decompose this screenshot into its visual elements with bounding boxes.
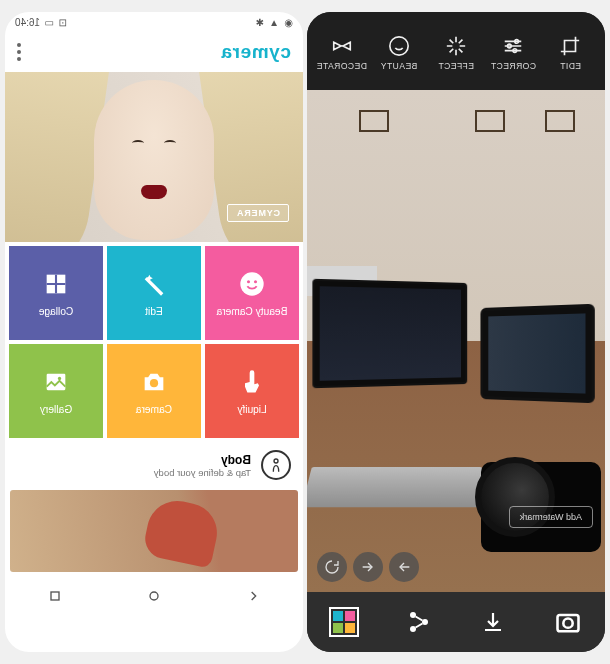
tile-label: Camera [136, 404, 172, 415]
tile-edit[interactable]: Edit [107, 246, 201, 340]
svg-point-9 [240, 272, 263, 295]
edit-tool[interactable]: EDIT [542, 24, 599, 82]
touch-icon [238, 368, 266, 396]
tile-camera[interactable]: Camera [107, 344, 201, 438]
photo-viewport[interactable]: Add Watermark [307, 90, 605, 592]
edit-tool-label: EDIT [560, 61, 581, 71]
svg-point-7 [422, 619, 428, 625]
camera-outline-icon [554, 608, 582, 636]
gallery-icon [42, 368, 70, 396]
overflow-menu-button[interactable] [17, 43, 21, 61]
effect-tool[interactable]: EFFECT [427, 24, 484, 82]
wifi-icon: ◉ [284, 17, 293, 28]
svg-point-8 [410, 626, 416, 632]
svg-point-15 [58, 376, 61, 379]
brand-logo: cymera [221, 41, 291, 63]
correct-tool-label: CORRECT [490, 61, 536, 71]
feature-grid: Beauty Camera Edit Collage Liquify Camer… [5, 242, 303, 442]
editor-bottom-bar [307, 592, 605, 652]
collage-icon [42, 270, 70, 298]
apps-button[interactable] [327, 605, 361, 639]
download-icon [481, 610, 505, 634]
add-watermark-button[interactable]: Add Watermark [509, 506, 593, 528]
status-bar: ◉ ▲ ✱ ⊡ ▭ 16:40 [5, 12, 303, 32]
tile-collage[interactable]: Collage [9, 246, 103, 340]
crop-icon [559, 35, 581, 57]
tile-beauty-camera[interactable]: Beauty Camera [205, 246, 299, 340]
reset-button[interactable] [317, 552, 347, 582]
svg-point-6 [410, 612, 416, 618]
tile-label: Collage [39, 306, 74, 317]
redo-button[interactable] [389, 552, 419, 582]
tile-label: Edit [145, 306, 163, 317]
tile-label: Liquify [237, 404, 266, 415]
recapture-button[interactable] [551, 605, 585, 639]
decorate-tool-label: DECORATE [316, 61, 367, 71]
sliders-icon [502, 35, 524, 57]
share-button[interactable] [402, 605, 436, 639]
svg-rect-18 [51, 592, 59, 600]
cymera-home-screen: ◉ ▲ ✱ ⊡ ▭ 16:40 cymera CYMERA Beauty Cam… [5, 12, 303, 652]
smile-fill-icon [238, 270, 266, 298]
wand-icon [140, 270, 168, 298]
battery-icon: ▭ [45, 17, 54, 28]
tile-liquify[interactable]: Liquify [205, 344, 299, 438]
android-nav-bar [5, 578, 303, 618]
app-bar: cymera [5, 32, 303, 72]
tile-label: Gallery [40, 404, 72, 415]
clock-text: 16:40 [15, 17, 40, 28]
svg-point-10 [254, 280, 257, 283]
svg-rect-14 [47, 373, 66, 389]
photo-editor-screen: EDIT CORRECT EFFECT BEAUTY DECORATE [307, 12, 605, 652]
signal-icon: ▲ [269, 17, 279, 28]
back-softkey[interactable] [245, 588, 261, 608]
tile-gallery[interactable]: Gallery [9, 344, 103, 438]
bottom-banner[interactable] [10, 490, 298, 572]
alarm-icon: ⊡ [59, 17, 67, 28]
hero-badge: CYMERA [227, 204, 289, 222]
svg-point-16 [274, 459, 278, 463]
beauty-tool-label: BEAUTY [380, 61, 417, 71]
body-icon [261, 450, 291, 480]
edit-nav [317, 552, 419, 582]
svg-point-3 [390, 37, 408, 55]
apps-grid-icon [329, 607, 359, 637]
undo-button[interactable] [353, 552, 383, 582]
effect-tool-label: EFFECT [438, 61, 474, 71]
promo-subtitle: Tap & define your body [154, 467, 251, 478]
hero-banner[interactable]: CYMERA [5, 72, 303, 242]
tile-label: Beauty Camera [217, 306, 288, 317]
camera-fill-icon [140, 368, 168, 396]
beauty-tool[interactable]: BEAUTY [370, 24, 427, 82]
editor-toolbar: EDIT CORRECT EFFECT BEAUTY DECORATE [307, 12, 605, 90]
svg-point-11 [247, 280, 250, 283]
bowtie-icon [331, 35, 353, 57]
bluetooth-icon: ✱ [256, 17, 264, 28]
svg-point-17 [150, 592, 158, 600]
sparkle-icon [445, 35, 467, 57]
share-icon [407, 610, 431, 634]
decorate-tool[interactable]: DECORATE [313, 24, 370, 82]
home-softkey[interactable] [146, 588, 162, 608]
correct-tool[interactable]: CORRECT [485, 24, 542, 82]
recents-softkey[interactable] [47, 588, 63, 608]
svg-point-5 [563, 619, 572, 628]
download-button[interactable] [476, 605, 510, 639]
svg-point-13 [150, 379, 158, 387]
watermark-label: Add Watermark [520, 512, 582, 522]
promo-title: Body [154, 453, 251, 467]
smile-icon [388, 35, 410, 57]
promo-row[interactable]: Body Tap & define your body [5, 442, 303, 488]
